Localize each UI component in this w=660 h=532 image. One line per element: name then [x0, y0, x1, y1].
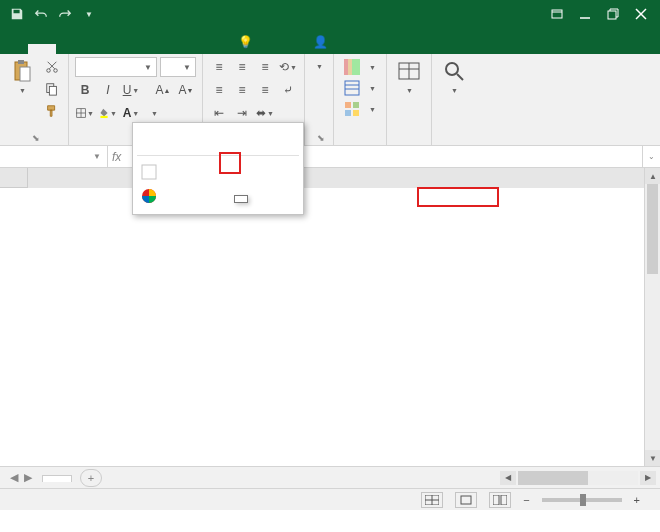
- format-painter-button[interactable]: [42, 101, 62, 121]
- tab-tell-me[interactable]: 💡: [224, 30, 271, 54]
- svg-rect-36: [461, 496, 471, 504]
- bold-button[interactable]: B: [75, 80, 95, 100]
- cut-button[interactable]: [42, 57, 62, 77]
- editing-button[interactable]: ▼: [438, 57, 470, 96]
- undo-icon[interactable]: [30, 3, 52, 25]
- svg-point-29: [446, 63, 458, 75]
- tab-review[interactable]: [168, 44, 196, 54]
- select-all-button[interactable]: [0, 168, 28, 188]
- chevron-down-icon: ▼: [406, 87, 413, 94]
- cell-styles-button[interactable]: ▼: [340, 99, 380, 119]
- conditional-format-button[interactable]: ▼: [340, 57, 380, 77]
- align-middle-button[interactable]: ≡: [232, 57, 252, 77]
- restore-icon[interactable]: [600, 3, 626, 25]
- border-button[interactable]: ▼: [75, 103, 95, 123]
- tab-formulas[interactable]: [112, 44, 140, 54]
- orientation-button[interactable]: ⟲▼: [278, 57, 298, 77]
- svg-rect-38: [501, 495, 507, 505]
- scroll-right-icon[interactable]: ▶: [640, 471, 656, 485]
- grid-icon: [425, 495, 439, 505]
- horizontal-scrollbar[interactable]: ◀ ▶: [102, 471, 660, 485]
- tab-home[interactable]: [28, 44, 56, 54]
- tab-layout[interactable]: [84, 44, 112, 54]
- share-icon: 👤: [313, 35, 328, 49]
- name-box[interactable]: ▼: [0, 146, 108, 167]
- align-center-button[interactable]: ≡: [232, 80, 252, 100]
- scroll-up-icon[interactable]: ▲: [645, 168, 660, 184]
- new-sheet-button[interactable]: +: [80, 469, 102, 487]
- svg-rect-31: [142, 165, 156, 179]
- save-icon[interactable]: [6, 3, 28, 25]
- qat-customize-icon[interactable]: ▼: [78, 3, 100, 25]
- tab-file[interactable]: [0, 44, 28, 54]
- phonetic-button[interactable]: ▼: [144, 103, 164, 123]
- more-colors-item[interactable]: [133, 184, 303, 208]
- svg-line-30: [457, 74, 463, 80]
- sheet-tab[interactable]: [42, 475, 72, 482]
- no-fill-item[interactable]: [133, 160, 303, 184]
- scrollbar-thumb[interactable]: [647, 184, 658, 274]
- underline-button[interactable]: U▼: [121, 80, 141, 100]
- cells-icon: [397, 59, 421, 83]
- align-left-button[interactable]: ≡: [209, 80, 229, 100]
- tab-nav-prev[interactable]: ◀: [10, 471, 18, 484]
- scroll-down-icon[interactable]: ▼: [645, 450, 660, 466]
- tab-signin[interactable]: [271, 44, 299, 54]
- zoom-slider[interactable]: [542, 498, 622, 502]
- number-launcher[interactable]: ⬊: [317, 133, 325, 143]
- font-size-select[interactable]: ▼: [160, 57, 196, 77]
- tab-data[interactable]: [140, 44, 168, 54]
- table-format-button[interactable]: ▼: [340, 78, 380, 98]
- font-color-button[interactable]: A▼: [121, 103, 141, 123]
- number-format-button[interactable]: ▼: [311, 57, 327, 72]
- expand-formula-bar[interactable]: ⌄: [642, 146, 660, 167]
- worksheet: ▲ ▼: [0, 168, 660, 466]
- normal-view-button[interactable]: [421, 492, 443, 508]
- group-cells: ▼ .: [387, 54, 432, 145]
- fx-icon[interactable]: fx: [112, 150, 121, 164]
- redo-icon[interactable]: [54, 3, 76, 25]
- minimize-icon[interactable]: [572, 3, 598, 25]
- paste-button[interactable]: ▼: [6, 57, 38, 96]
- increase-font-button[interactable]: A▲: [153, 80, 173, 100]
- chevron-down-icon: ▼: [451, 87, 458, 94]
- cond-format-icon: [344, 59, 360, 75]
- vertical-scrollbar[interactable]: ▲ ▼: [644, 168, 660, 466]
- increase-indent-button[interactable]: ⇥: [232, 103, 252, 123]
- align-top-button[interactable]: ≡: [209, 57, 229, 77]
- zoom-in-button[interactable]: +: [634, 494, 640, 506]
- svg-rect-23: [353, 102, 359, 108]
- wrap-text-button[interactable]: ⤶: [278, 80, 298, 100]
- tab-insert[interactable]: [56, 44, 84, 54]
- align-right-button[interactable]: ≡: [255, 80, 275, 100]
- group-number: ▼ ⬊: [305, 54, 334, 145]
- zoom-out-button[interactable]: −: [523, 494, 529, 506]
- copy-button[interactable]: [42, 79, 62, 99]
- tab-nav-next[interactable]: ▶: [24, 471, 32, 484]
- cells-button[interactable]: ▼: [393, 57, 425, 96]
- scrollbar-thumb[interactable]: [518, 471, 588, 485]
- clipboard-launcher[interactable]: ⬊: [32, 133, 40, 143]
- italic-button[interactable]: I: [98, 80, 118, 100]
- chevron-down-icon: ▼: [183, 63, 191, 72]
- formula-buttons: fx: [108, 146, 125, 167]
- fill-color-button[interactable]: ▼: [98, 103, 118, 123]
- standard-color-row: [133, 147, 303, 151]
- svg-rect-24: [345, 110, 351, 116]
- bucket-icon: [99, 106, 109, 120]
- scroll-left-icon[interactable]: ◀: [500, 471, 516, 485]
- align-bottom-button[interactable]: ≡: [255, 57, 275, 77]
- decrease-indent-button[interactable]: ⇤: [209, 103, 229, 123]
- close-icon[interactable]: [628, 3, 654, 25]
- merge-button[interactable]: ⬌▼: [255, 103, 275, 123]
- decrease-font-button[interactable]: A▼: [176, 80, 196, 100]
- tab-view[interactable]: [196, 44, 224, 54]
- font-name-select[interactable]: ▼: [75, 57, 157, 77]
- page-break-view-button[interactable]: [489, 492, 511, 508]
- svg-rect-19: [345, 81, 359, 95]
- ribbon: ▼ ⬊ ▼ ▼ B I U▼ A▲: [0, 54, 660, 146]
- ribbon-options-icon[interactable]: [544, 3, 570, 25]
- bulb-icon: 💡: [238, 35, 253, 49]
- page-layout-view-button[interactable]: [455, 492, 477, 508]
- tab-share[interactable]: 👤: [299, 30, 346, 54]
